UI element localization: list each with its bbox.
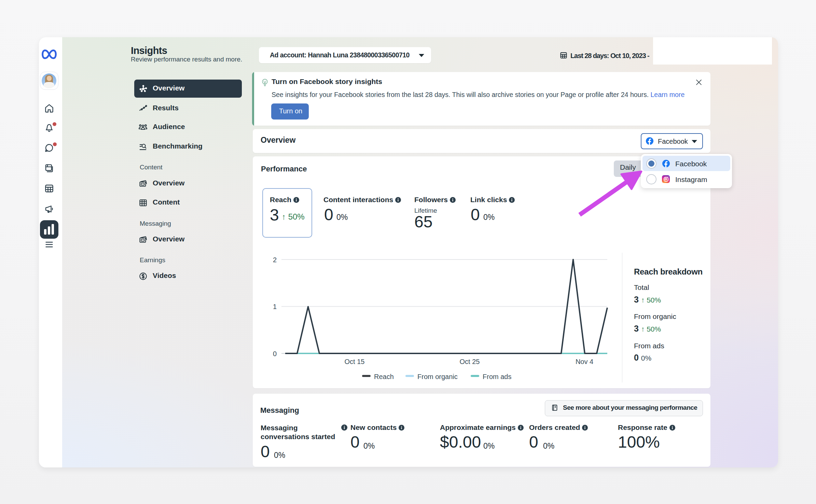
svg-text:2: 2 <box>273 256 277 264</box>
svg-text:Oct 25: Oct 25 <box>460 358 480 365</box>
svg-text:Nov 4: Nov 4 <box>576 358 593 365</box>
svg-text:Reach: Reach <box>374 373 394 380</box>
svg-text:From ads: From ads <box>483 373 511 380</box>
svg-text:1: 1 <box>273 303 277 310</box>
svg-text:0: 0 <box>273 350 277 358</box>
svg-text:Oct 15: Oct 15 <box>345 358 365 365</box>
svg-text:From organic: From organic <box>417 373 458 380</box>
